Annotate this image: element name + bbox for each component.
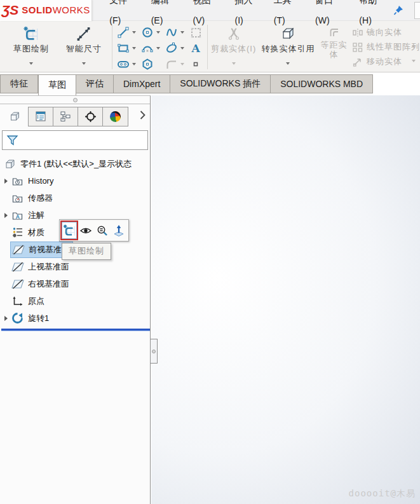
context-sketch-button[interactable] (62, 222, 77, 239)
rectangle-tool[interactable] (116, 41, 138, 56)
ellipse-dropdown[interactable] (179, 47, 186, 50)
context-normal-to-button[interactable] (111, 222, 126, 239)
circle-dropdown[interactable] (155, 31, 162, 34)
plane-icon (11, 261, 24, 273)
tree-item-history[interactable]: History (1, 172, 150, 189)
spline-icon (165, 25, 179, 40)
tree-item-revolve1[interactable]: 旋转1 (1, 310, 150, 327)
ribbon-separator (112, 25, 112, 69)
brand-solid-text: SOLID (22, 4, 52, 15)
chevron-down-icon (180, 47, 184, 50)
sensors-folder-icon (11, 192, 24, 205)
pin-menu-button[interactable] (393, 5, 403, 15)
line-dropdown[interactable] (131, 31, 138, 34)
linear-pattern-icon (353, 43, 363, 52)
rollback-bar[interactable] (1, 329, 150, 331)
watermark: dooooit@木易 (349, 488, 416, 500)
move-entities-icon (353, 57, 363, 67)
arc-dropdown[interactable] (155, 47, 162, 50)
chevron-right-icon (139, 110, 146, 120)
sketch-ribbon: 草图绘制 智能尺寸 (0, 21, 420, 72)
move-entities-button: 移动实体 (353, 55, 420, 68)
chevron-down-icon (29, 62, 33, 65)
context-hide-button[interactable] (78, 222, 93, 239)
offset-entities-label-line2: 体 (330, 50, 339, 59)
line-icon (116, 25, 131, 40)
panel-splitter-handle[interactable] (0, 96, 150, 104)
move-entities-label: 移动实体 (367, 56, 402, 67)
convert-entities-dropdown[interactable] (286, 54, 290, 72)
graphics-viewport[interactable]: dooooit@木易 (151, 95, 420, 504)
plane-icon (11, 278, 24, 290)
ellipse-tool[interactable] (165, 41, 186, 56)
tree-item-label: 旋转1 (28, 313, 49, 324)
menu-bar: ƷS SOLIDWORKS 文件(F) 编辑(E) 视图(V) 插入(I) 工具… (0, 0, 420, 21)
point-tool[interactable] (189, 57, 203, 72)
tab-property-manager[interactable] (29, 107, 53, 126)
mirror-entities-label: 镜向实体 (367, 27, 402, 38)
chevron-down-icon (412, 60, 416, 62)
chevron-down-icon (132, 31, 136, 34)
panel-collapse-handle[interactable] (151, 339, 158, 364)
sketch-button[interactable]: 草图绘制 (4, 22, 58, 72)
spline-dropdown[interactable] (179, 31, 186, 34)
collapse-dot-icon (152, 350, 156, 353)
tree-item-origin[interactable]: 原点 (1, 292, 150, 310)
slot-tool[interactable] (116, 57, 138, 72)
brand-works-text: WORKS (53, 4, 90, 15)
smart-dimension-label: 智能尺寸 (66, 44, 102, 54)
sketch-dropdown[interactable] (29, 54, 33, 72)
panel-expand-button[interactable] (139, 110, 146, 123)
spline-tool[interactable] (165, 25, 186, 40)
eye-icon (79, 226, 92, 235)
splitter-dot-icon (73, 98, 78, 102)
chevron-down-icon (132, 63, 136, 65)
offset-entities-label-line1: 等距实 (321, 40, 348, 50)
tab-featuremanager-tree[interactable] (4, 111, 25, 122)
trim-entities-icon (227, 24, 241, 44)
expand-arrow-icon[interactable] (1, 179, 11, 184)
sketch-entity-tools: A (115, 22, 205, 72)
arc-tool[interactable] (140, 41, 162, 56)
offset-entities-icon (328, 24, 341, 40)
tree-item-sensors[interactable]: 传感器 (1, 189, 150, 207)
rectangle-dropdown[interactable] (131, 47, 138, 50)
line-tool[interactable] (116, 25, 138, 40)
convert-entities-button[interactable]: 转换实体引用 (257, 22, 319, 72)
tree-item-part-root[interactable]: 零件1 (默认<<默认>_显示状态 (1, 155, 150, 172)
linear-pattern-button: 线性草图阵列 (353, 41, 420, 53)
pin-icon (393, 5, 403, 15)
tab-display-manager[interactable] (103, 107, 128, 126)
chevron-down-icon (132, 47, 136, 50)
offset-entities-button: 等距实 体 (319, 22, 349, 72)
chevron-down-icon (412, 45, 416, 48)
solidworks-logo: ƷS SOLIDWORKS (0, 0, 92, 21)
circle-tool[interactable] (140, 25, 162, 40)
fillet-tool (165, 57, 186, 72)
context-zoom-to-selection-button[interactable] (95, 222, 110, 239)
convert-entities-icon (280, 24, 295, 44)
material-icon (11, 226, 24, 239)
appearances-sphere-icon (110, 111, 121, 122)
tab-configuration-manager[interactable] (53, 107, 78, 126)
convert-entities-label: 转换实体引用 (261, 44, 315, 54)
tab-dimxpert-manager[interactable] (78, 107, 103, 126)
mirror-entities-button: 镜向实体 (353, 26, 420, 39)
expand-arrow-icon[interactable] (1, 213, 11, 218)
expand-arrow-icon[interactable] (1, 316, 11, 321)
ellipse-icon (165, 41, 179, 56)
polygon-icon (140, 57, 155, 72)
content-area: dooooit@木易 (0, 74, 420, 504)
configuration-manager-icon (60, 111, 71, 122)
slot-dropdown[interactable] (131, 63, 138, 65)
text-tool[interactable]: A (189, 41, 203, 56)
smart-dimension-dropdown[interactable] (82, 54, 86, 72)
tree-item-right-plane[interactable]: 右视基准面 (1, 275, 150, 292)
smart-dimension-button[interactable]: 智能尺寸 (58, 22, 109, 72)
sketch-picture-tool[interactable] (189, 25, 203, 40)
tree-filter-bar[interactable] (2, 130, 148, 150)
polygon-tool[interactable] (140, 57, 162, 72)
tree-item-top-plane[interactable]: 上视基准面 (1, 258, 150, 275)
chevron-down-icon (156, 31, 160, 34)
normal-to-icon (112, 224, 125, 237)
